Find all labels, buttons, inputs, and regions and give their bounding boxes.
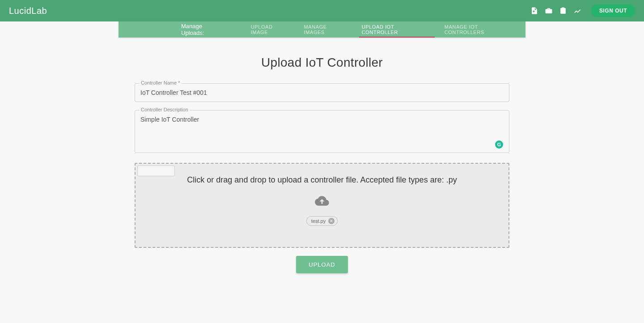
tab-upload-iot-controller[interactable]: UPLOAD IOT CONTROLLER [356,21,438,38]
upload-row: UPLOAD [135,256,509,273]
upload-form: Controller Name * Controller Description… [119,83,525,273]
controller-name-input[interactable] [135,83,509,102]
remove-file-icon[interactable]: ✕ [328,218,335,224]
controller-name-label: Controller Name * [139,80,182,85]
upload-button[interactable]: UPLOAD [296,256,347,273]
dropzone-choose-button[interactable] [137,166,175,176]
content-container: Manage Uploads: UPLOAD IMAGE MANAGE IMAG… [119,21,525,273]
tabs-heading: Manage Uploads: [119,23,245,36]
clipboard-icon[interactable] [559,7,567,15]
brand-title: LucidLab [9,6,530,16]
trending-icon[interactable] [573,7,581,15]
dropzone-instructions: Click or drag and drop to upload a contr… [187,175,457,185]
tab-manage-images[interactable]: MANAGE IMAGES [298,21,356,38]
tab-upload-image[interactable]: UPLOAD IMAGE [245,21,298,38]
header-actions: SIGN OUT [530,4,635,17]
controller-desc-label: Controller Description [139,107,190,112]
uploaded-file-chip: test.py ✕ [306,216,338,226]
tabs-list: UPLOAD IMAGE MANAGE IMAGES UPLOAD IOT CO… [245,21,525,38]
page-title: Upload IoT Controller [119,55,525,70]
file-dropzone[interactable]: Click or drag and drop to upload a contr… [135,163,509,248]
uploaded-file-name: test.py [311,218,326,224]
file-add-icon[interactable] [530,7,538,15]
controller-name-field: Controller Name * [135,83,509,102]
grammar-check-icon[interactable]: G [495,140,503,149]
tabs-bar: Manage Uploads: UPLOAD IMAGE MANAGE IMAG… [119,21,525,38]
cloud-upload-icon [313,194,331,210]
controller-desc-field: Controller Description G [135,110,509,155]
briefcase-icon[interactable] [545,7,553,15]
controller-desc-input[interactable] [135,110,509,153]
app-header: LucidLab SIGN OUT [0,0,644,21]
tab-manage-iot-controllers[interactable]: MANAGE IOT CONTROLLERS [438,21,525,38]
sign-out-button[interactable]: SIGN OUT [591,4,635,17]
